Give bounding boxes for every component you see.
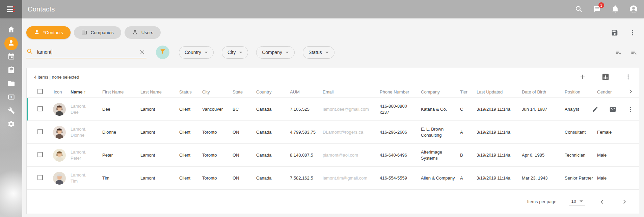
- column-header-company[interactable]: Company: [421, 89, 460, 94]
- cell-dob: Apr 6, 1985: [522, 152, 565, 158]
- more-options-kebab-icon[interactable]: [629, 29, 636, 36]
- column-header-status[interactable]: Status: [179, 89, 202, 94]
- column-header-name[interactable]: Name ↑: [71, 89, 102, 94]
- clear-search-icon[interactable]: [139, 49, 145, 55]
- cell-name: Lamont, Dee: [71, 103, 102, 115]
- sidebar-item-tasks[interactable]: [4, 64, 18, 77]
- folder-icon: [7, 80, 15, 89]
- hamburger-icon: [7, 6, 15, 12]
- playlist-add-icon[interactable]: [615, 49, 622, 56]
- cell-phone: 416-860-8800 x237: [380, 103, 421, 115]
- scroll-columns-right-icon[interactable]: [627, 88, 640, 96]
- avatar: [53, 126, 66, 139]
- menu-button[interactable]: [0, 0, 22, 18]
- chevron-down-icon: [286, 52, 289, 53]
- cell-last-name: Lamont: [140, 175, 179, 181]
- country-filter-dropdown[interactable]: Country: [179, 46, 214, 59]
- row-checkbox[interactable]: [37, 175, 43, 180]
- search-input[interactable]: lamont: [26, 46, 146, 58]
- cell-first-name: Dionne: [102, 129, 140, 135]
- column-header-country[interactable]: Country: [256, 89, 290, 94]
- sidebar-item-settings[interactable]: [4, 118, 18, 131]
- cell-city: Toronto: [202, 152, 233, 158]
- tab-users[interactable]: Users: [125, 26, 161, 39]
- cell-aum: 4,799,583.75: [290, 129, 323, 135]
- sort-asc-arrow-icon: ↑: [84, 89, 86, 94]
- status-filter-dropdown[interactable]: Status: [303, 46, 334, 59]
- cell-status: Client: [179, 106, 202, 112]
- search-icon[interactable]: [574, 5, 583, 13]
- row-checkbox[interactable]: [37, 129, 43, 134]
- select-all-checkbox[interactable]: [37, 89, 43, 94]
- sidebar-item-tools[interactable]: [4, 104, 18, 118]
- cell-company: Allen & Company: [421, 175, 460, 181]
- tab-contacts[interactable]: *Contacts: [26, 26, 71, 39]
- email-envelope-icon[interactable]: [609, 106, 616, 113]
- column-header-tier[interactable]: Tier: [460, 89, 477, 94]
- cell-status: Client: [179, 175, 202, 181]
- save-icon[interactable]: [611, 29, 618, 36]
- company-filter-dropdown[interactable]: Company: [256, 46, 295, 59]
- playlist-remove-icon[interactable]: [630, 49, 637, 56]
- table-row[interactable]: Lamont, Dionne Dionne Lamont Client Toro…: [27, 121, 639, 144]
- column-header-position[interactable]: Position: [565, 89, 597, 94]
- row-kebab-icon[interactable]: [627, 106, 634, 112]
- column-header-dob[interactable]: Date of Birth: [522, 89, 565, 94]
- cell-status: Client: [179, 129, 202, 135]
- row-checkbox[interactable]: [37, 152, 43, 157]
- row-selected-indicator: [27, 98, 28, 120]
- cell-aum: 8,148,087.5: [290, 152, 323, 158]
- sidebar-item-calendar[interactable]: [4, 50, 18, 64]
- column-header-phone[interactable]: Phone Number: [380, 89, 421, 94]
- table-row[interactable]: Lamont, Peter Peter Lamont Client Toront…: [27, 144, 639, 167]
- next-page-icon[interactable]: [621, 199, 627, 205]
- table-header-row: Icon Name ↑ First Name Last Name Status …: [27, 86, 639, 98]
- column-header-city[interactable]: City: [202, 89, 233, 94]
- add-contact-button[interactable]: [579, 73, 586, 81]
- cell-state: ON: [233, 152, 256, 158]
- column-header-last-name[interactable]: Last Name: [140, 89, 179, 94]
- table-kebab-icon[interactable]: [625, 74, 632, 80]
- table-row[interactable]: Lamont, Dee Dee Lamont Client Vancouver …: [27, 98, 639, 121]
- account-icon[interactable]: [629, 5, 638, 13]
- previous-page-icon[interactable]: [599, 199, 605, 205]
- filter-funnel-button[interactable]: [156, 46, 169, 59]
- building-icon: [81, 29, 87, 36]
- table-row[interactable]: Lamont, Tim Tim Lamont Client Toronto ON…: [27, 167, 639, 190]
- column-header-email[interactable]: Email: [323, 89, 380, 94]
- chevron-down-icon: [205, 52, 208, 53]
- chat-badge: 1: [598, 2, 604, 8]
- cell-state: BC: [233, 106, 256, 112]
- sidebar-item-home[interactable]: [4, 23, 18, 37]
- cell-gender: Male: [597, 152, 627, 158]
- sidebar-item-contacts[interactable]: [4, 37, 18, 50]
- city-filter-dropdown[interactable]: City: [222, 46, 248, 59]
- cell-name: Lamont, Dionne: [71, 126, 102, 138]
- column-header-last-updated[interactable]: Last Updated: [477, 89, 522, 94]
- sidebar-item-documents[interactable]: [4, 77, 18, 91]
- column-header-first-name[interactable]: First Name: [102, 89, 140, 94]
- cell-country: Canada: [256, 152, 290, 158]
- cell-email: plamont@aol.com: [323, 152, 380, 158]
- edit-pencil-icon[interactable]: [592, 106, 598, 112]
- cell-name: Lamont, Tim: [71, 172, 102, 184]
- cell-city: Toronto: [202, 129, 233, 135]
- notifications-bell-icon[interactable]: [611, 5, 620, 13]
- cell-first-name: Peter: [102, 152, 140, 158]
- page-size-select[interactable]: 10: [569, 198, 585, 206]
- cell-state: ON: [233, 175, 256, 181]
- tab-contacts-label: *Contacts: [43, 30, 63, 35]
- column-header-icon[interactable]: Icon: [48, 89, 71, 94]
- cell-name: Lamont, Peter: [71, 149, 102, 161]
- chat-icon[interactable]: 1: [593, 5, 601, 13]
- column-header-gender[interactable]: Gender: [597, 89, 627, 94]
- row-checkbox[interactable]: [37, 106, 43, 111]
- chart-view-button[interactable]: [602, 73, 609, 81]
- person-icon: [7, 39, 15, 48]
- tab-companies[interactable]: Companies: [74, 26, 121, 39]
- company-filter-label: Company: [262, 50, 282, 55]
- sidebar-item-billing[interactable]: $: [4, 91, 18, 104]
- cell-status: Client: [179, 152, 202, 158]
- column-header-state[interactable]: State: [233, 89, 256, 94]
- column-header-aum[interactable]: AUM: [290, 89, 323, 94]
